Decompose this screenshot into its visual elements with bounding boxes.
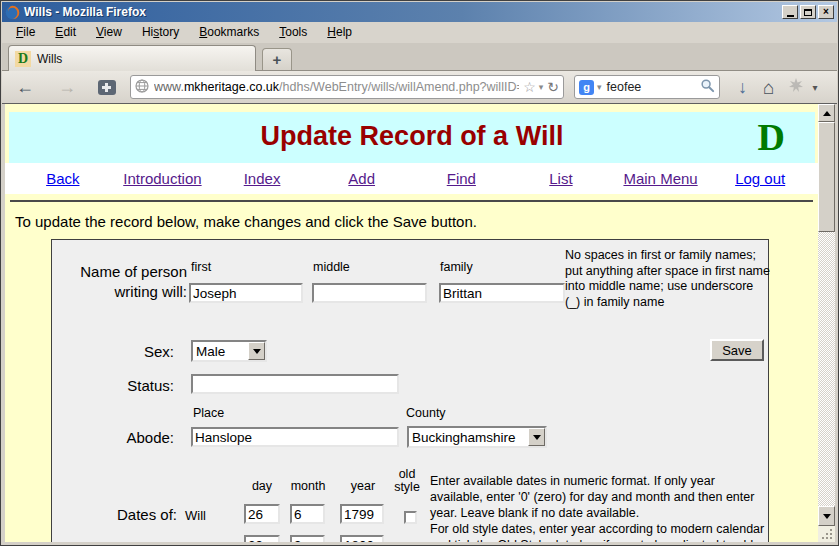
instruction-text: To update the record below, make changes… <box>15 213 477 230</box>
firefox-icon <box>5 5 20 20</box>
home-icon[interactable]: ⌂ <box>763 78 774 97</box>
place-input[interactable] <box>191 427 399 447</box>
menu-tools[interactable]: Tools <box>269 23 317 42</box>
nav-link-add[interactable]: Add <box>312 170 412 187</box>
status-input[interactable] <box>191 374 399 394</box>
menu-bar: File Edit View History Bookmarks Tools H… <box>2 22 837 43</box>
nav-link-list[interactable]: List <box>511 170 611 187</box>
nav-link-index[interactable]: Index <box>212 170 312 187</box>
family-column-label: family <box>440 260 473 274</box>
will-year-input[interactable] <box>340 504 384 524</box>
nav-link-log-out[interactable]: Log out <box>710 170 810 187</box>
site-favicon-icon: D <box>15 51 31 67</box>
nav-link-find[interactable]: Find <box>412 170 512 187</box>
society-logo: D <box>758 118 785 156</box>
menu-history[interactable]: History <box>132 23 189 42</box>
probate-year-input[interactable] <box>340 535 384 542</box>
save-button[interactable]: Save <box>710 339 764 361</box>
will-old-style-checkbox[interactable] <box>404 511 417 524</box>
month-column-label: month <box>283 479 333 493</box>
tab-bar: D Wills + <box>2 43 837 71</box>
page-nav-links: Back Introduction Index Add Find List Ma… <box>5 163 818 194</box>
family-name-input[interactable] <box>439 283 565 303</box>
search-magnifier-icon[interactable] <box>700 78 715 96</box>
year-column-label: year <box>338 479 388 493</box>
menu-file[interactable]: File <box>6 23 45 42</box>
url-dropdown-icon[interactable]: ▾ <box>539 82 544 92</box>
county-select-arrow-icon[interactable] <box>528 428 545 446</box>
globe-icon <box>135 79 149 96</box>
back-button-icon[interactable]: ← <box>16 78 34 96</box>
tab-wills[interactable]: D Wills <box>8 45 256 71</box>
resize-grip[interactable] <box>818 526 835 542</box>
will-form: Name of person writing will: first middl… <box>51 239 769 542</box>
google-engine-icon[interactable]: g <box>579 80 594 95</box>
name-label: Name of person writing will: <box>52 262 187 302</box>
abode-label: Abode: <box>52 429 174 446</box>
divider <box>10 200 813 202</box>
navigation-toolbar: ← → www.mkheritage.co.uk/hdhs/WebEntry/w… <box>2 71 837 104</box>
maximize-button[interactable] <box>800 5 816 19</box>
county-select[interactable]: Buckinghamshire <box>407 426 547 448</box>
tab-label: Wills <box>37 52 62 66</box>
url-bar[interactable]: www.mkheritage.co.uk/hdhs/WebEntry/wills… <box>130 75 564 99</box>
menu-help[interactable]: Help <box>317 23 362 42</box>
maximize-icon <box>804 9 812 16</box>
title-bar[interactable]: Wills - Mozilla Firefox × <box>2 2 837 22</box>
nav-link-introduction[interactable]: Introduction <box>113 170 213 187</box>
page-header: Update Record of a Will D <box>9 112 815 163</box>
county-select-value: Buckinghamshire <box>412 430 516 445</box>
menu-edit[interactable]: Edit <box>45 23 86 42</box>
first-column-label: first <box>191 260 211 274</box>
downloads-icon[interactable]: ↓ <box>738 78 747 96</box>
minimize-icon <box>787 15 794 17</box>
search-box[interactable]: g ▾ feofee <box>574 75 720 99</box>
reload-icon[interactable]: ↻ <box>547 80 559 94</box>
probate-row-label: Probate <box>185 539 231 542</box>
search-engine-dropdown-icon[interactable]: ▾ <box>597 82 602 92</box>
sex-select-arrow-icon[interactable] <box>248 342 265 360</box>
browser-window: Wills - Mozilla Firefox × File Edit View… <box>0 0 839 546</box>
vertical-scrollbar[interactable] <box>818 104 835 542</box>
old-style-column-label: oldstyle <box>382 468 432 494</box>
toolbar-overflow-icon[interactable]: ▾ <box>812 82 817 93</box>
middle-column-label: middle <box>313 260 350 274</box>
url-text[interactable]: www.mkheritage.co.uk/hdhs/WebEntry/wills… <box>154 80 519 94</box>
window-title: Wills - Mozilla Firefox <box>24 5 782 19</box>
page-title: Update Record of a Will <box>9 112 815 152</box>
will-day-input[interactable] <box>244 504 280 524</box>
new-tab-button[interactable]: + <box>262 48 292 70</box>
bookmark-star-icon[interactable]: ☆ <box>523 80 536 94</box>
menu-view[interactable]: View <box>86 23 132 42</box>
day-column-label: day <box>237 479 287 493</box>
scroll-thumb[interactable] <box>818 122 835 232</box>
probate-month-input[interactable] <box>290 535 325 542</box>
dates-of-label: Dates of: <box>52 506 177 523</box>
forward-button-icon[interactable]: → <box>58 78 76 96</box>
dates-help-text: Enter available dates in numeric format.… <box>430 473 775 542</box>
sex-select[interactable]: Male <box>191 340 267 362</box>
page-content: Update Record of a Will D Back Introduct… <box>5 104 818 542</box>
will-row-label: Will <box>185 508 206 523</box>
first-name-input[interactable] <box>189 283 303 303</box>
middle-name-input[interactable] <box>312 283 427 303</box>
window-controls: × <box>782 5 834 19</box>
scroll-down-button[interactable] <box>818 506 835 526</box>
scroll-up-button[interactable] <box>818 104 835 122</box>
nav-link-back[interactable]: Back <box>13 170 113 187</box>
sex-select-value: Male <box>196 344 225 359</box>
menu-bookmarks[interactable]: Bookmarks <box>189 23 269 42</box>
minimize-button[interactable] <box>782 5 798 19</box>
probate-day-input[interactable] <box>244 535 280 542</box>
will-month-input[interactable] <box>290 504 325 524</box>
close-button[interactable]: × <box>818 5 834 19</box>
place-column-label: Place <box>193 406 224 420</box>
county-column-label: County <box>406 406 446 420</box>
search-input[interactable]: feofee <box>607 80 700 94</box>
sex-label: Sex: <box>52 343 174 360</box>
scroll-up-icon <box>823 111 831 116</box>
nav-link-main-menu[interactable]: Main Menu <box>611 170 711 187</box>
addon-icon[interactable] <box>788 77 804 97</box>
bookmark-page-icon[interactable] <box>98 80 116 95</box>
name-help-text: No spaces in first or family names; put … <box>565 248 770 310</box>
